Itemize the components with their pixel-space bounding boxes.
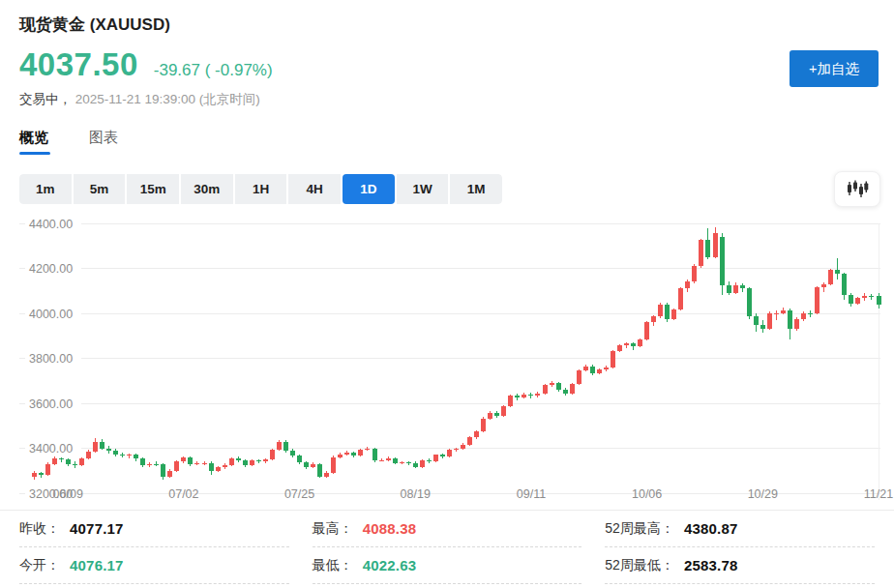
- candle-body: [808, 313, 813, 314]
- candle-body: [379, 460, 384, 461]
- candle-body: [59, 458, 64, 459]
- candle-body: [393, 458, 398, 463]
- candle-body: [338, 455, 343, 457]
- candle-body: [705, 240, 710, 256]
- candle-body: [223, 465, 227, 467]
- stat-value: 4088.38: [363, 520, 417, 537]
- candle-body: [351, 453, 356, 456]
- candle-body: [167, 471, 172, 477]
- candle-body: [522, 395, 526, 397]
- x-axis-tick: 10/29: [748, 487, 778, 501]
- candle-body: [651, 316, 656, 322]
- candle-body: [181, 457, 186, 461]
- add-watchlist-button[interactable]: +加自选: [790, 50, 879, 87]
- candle-body: [270, 450, 275, 459]
- candle-body: [794, 319, 799, 329]
- candle-body: [760, 325, 765, 330]
- candle-body: [501, 406, 506, 416]
- candle-body: [692, 266, 697, 281]
- candle-body: [727, 285, 731, 293]
- candle-body: [93, 442, 98, 452]
- candle-body: [256, 460, 261, 461]
- candle-body: [194, 463, 199, 464]
- candle-body: [188, 457, 193, 463]
- candle-body: [781, 310, 786, 313]
- candle-body: [134, 455, 138, 457]
- candle-body: [250, 460, 254, 465]
- candle-body: [733, 285, 738, 293]
- candle-body: [202, 463, 207, 464]
- stat-value: 2583.78: [684, 557, 738, 573]
- price-change: -39.67 ( -0.97%): [154, 61, 273, 80]
- candle-body: [365, 449, 370, 450]
- candle-body: [590, 367, 595, 373]
- candle-body: [597, 369, 602, 372]
- candle-body: [801, 313, 806, 319]
- stat-label: 昨收：: [19, 520, 60, 538]
- chart-type-button[interactable]: [834, 171, 880, 207]
- candle-body: [877, 296, 881, 305]
- stat-value: 4380.87: [684, 520, 738, 537]
- candle-body: [400, 462, 404, 463]
- candle-body: [862, 296, 867, 299]
- candle-body: [821, 284, 826, 287]
- candle-body: [52, 458, 57, 464]
- quote-timestamp: 2025-11-21 19:39:00 (北京时间): [75, 92, 260, 106]
- candle-body: [32, 473, 37, 476]
- stat-label: 52周最低：: [605, 557, 674, 574]
- candle-body: [658, 305, 663, 317]
- candle-body: [127, 455, 132, 456]
- candle-body: [209, 463, 214, 471]
- timeframe-button-30m[interactable]: 30m: [181, 174, 233, 204]
- stat-row-4: 最低：4022.63: [313, 547, 582, 584]
- timeframe-button-1w[interactable]: 1W: [397, 174, 449, 204]
- candle-body: [297, 456, 302, 462]
- timeframe-button-1m[interactable]: 1M: [450, 174, 502, 204]
- candle-body: [563, 390, 568, 393]
- timeframe-button-1m[interactable]: 1m: [19, 174, 72, 204]
- candle-body: [665, 305, 670, 319]
- candle-body: [39, 473, 44, 475]
- x-axis-tick: 11/21: [864, 487, 893, 501]
- candle-body: [45, 464, 50, 475]
- x-axis-tick: 09/11: [517, 487, 546, 501]
- candle-body: [304, 462, 309, 467]
- candlestick-svg: 4400.004200.004000.003800.003600.003400.…: [0, 218, 894, 508]
- candlestick-chart-icon: [846, 179, 869, 200]
- candle-body: [86, 452, 91, 458]
- candle-body: [767, 313, 772, 329]
- tab-chart[interactable]: 图表: [89, 129, 118, 155]
- stat-label: 最高：: [313, 520, 353, 538]
- candle-body: [617, 345, 622, 351]
- candle-body: [317, 464, 322, 477]
- timeframe-button-5m[interactable]: 5m: [74, 174, 126, 204]
- trading-status: 交易中，: [19, 92, 72, 106]
- candle-body: [828, 270, 833, 284]
- timeframe-button-1d[interactable]: 1D: [343, 174, 395, 204]
- candle-body: [147, 464, 152, 465]
- candle-body: [604, 368, 609, 369]
- timeframe-button-4h[interactable]: 4H: [288, 174, 341, 204]
- y-axis-tick: 3800.00: [29, 352, 73, 366]
- candle-body: [570, 384, 575, 393]
- x-axis-tick: 10/06: [632, 487, 662, 501]
- candle-body: [79, 458, 84, 465]
- tab-overview[interactable]: 概览: [19, 129, 48, 155]
- y-axis-tick: 4400.00: [29, 218, 73, 231]
- candle-body: [290, 451, 295, 456]
- candle-body: [236, 458, 241, 460]
- candle-body: [263, 459, 268, 461]
- candle-body: [481, 419, 486, 431]
- candle-body: [577, 370, 581, 385]
- stat-row-0: 昨收：4077.17: [19, 511, 289, 547]
- candle-body: [440, 455, 445, 456]
- timeframe-button-1h[interactable]: 1H: [235, 174, 287, 204]
- x-axis-tick: 07/02: [168, 487, 198, 501]
- timeframe-button-15m[interactable]: 15m: [127, 174, 179, 204]
- candle-body: [324, 473, 329, 476]
- candle-body: [216, 467, 221, 470]
- candle-body: [106, 449, 111, 451]
- stat-row-1: 最高：4088.38: [313, 511, 582, 547]
- price-chart[interactable]: 4400.004200.004000.003800.003600.003400.…: [0, 218, 894, 508]
- candle-body: [671, 309, 676, 319]
